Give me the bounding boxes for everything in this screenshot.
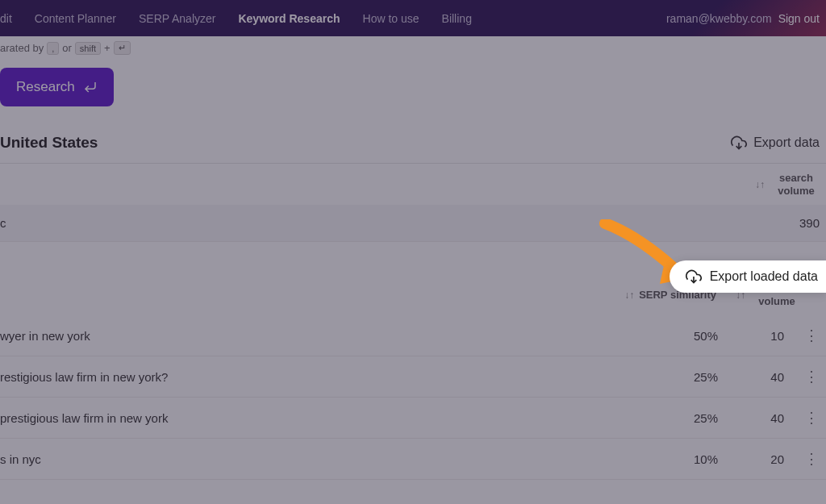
sort-icon[interactable]: ↓↑ [755,179,765,190]
hint-text: arated by [0,42,44,54]
table1-row[interactable]: c 390 [0,205,826,242]
row-volume: 10 [737,329,784,343]
table-row[interactable]: wyer in new york 50% 10 ⋮ [0,315,826,356]
search-volume-header[interactable]: search volume [773,172,820,197]
key-shift: shift [75,42,101,55]
nav-item-serp-analyzer[interactable]: SERP Analyzer [139,12,215,25]
table-row[interactable]: prestigious law firm in new york 25% 40 … [0,398,826,439]
row-serp: 50% [670,329,718,343]
row-volume: 40 [737,411,784,425]
row-serp: 10% [670,452,718,466]
cloud-download-icon [686,269,702,285]
row-menu-button[interactable]: ⋮ [803,327,820,344]
research-button[interactable]: Research [0,68,114,106]
row-keyword: prestigious law firm in new york [0,411,670,425]
user-email: raman@kwebby.com [666,12,772,25]
row-menu-button[interactable]: ⋮ [803,409,820,427]
export-data-label: Export data [753,135,820,150]
key-comma: , [47,42,59,55]
row-volume: 40 [737,370,784,384]
row-volume: 390 [773,216,820,230]
row-serp: 25% [670,411,718,425]
nav-item-keyword-research[interactable]: Keyword Research [238,12,340,25]
row-menu-button[interactable]: ⋮ [803,368,820,385]
row-keyword: restigious law firm in new york? [0,370,670,384]
export-popup-label: Export loaded data [710,269,818,284]
sign-out-link[interactable]: Sign out [778,12,820,25]
row-menu-button[interactable]: ⋮ [803,450,820,468]
row-volume: 20 [737,452,784,466]
keyboard-hint: arated by , or shift + ↵ [0,36,826,60]
row-keyword: s in nyc [0,452,670,466]
location-label: United States [0,134,98,152]
export-loaded-data-popup[interactable]: Export loaded data [670,260,826,293]
nav-item-content-planner[interactable]: Content Planner [35,12,116,25]
table-row[interactable]: s in nyc 10% 20 ⋮ [0,439,826,480]
nav-item-billing[interactable]: Billing [442,12,472,25]
top-navigation: dit Content Planner SERP Analyzer Keywor… [0,0,826,36]
hint-plus: + [104,42,111,54]
cloud-download-icon [731,135,747,151]
key-enter: ↵ [114,41,131,55]
nav-item-how-to-use[interactable]: How to use [363,12,419,25]
location-section: United States Export data [0,121,826,164]
table-row[interactable]: restigious law firm in new york? 25% 40 … [0,356,826,398]
enter-icon [83,80,98,94]
nav-item-edit[interactable]: dit [0,12,12,25]
research-button-label: Research [16,79,75,95]
row-keyword: wyer in new york [0,329,670,343]
row-serp: 25% [670,370,718,384]
table1-header: ↓↑ search volume [0,164,826,205]
export-data-link[interactable]: Export data [731,135,820,151]
hint-or: or [62,42,72,54]
